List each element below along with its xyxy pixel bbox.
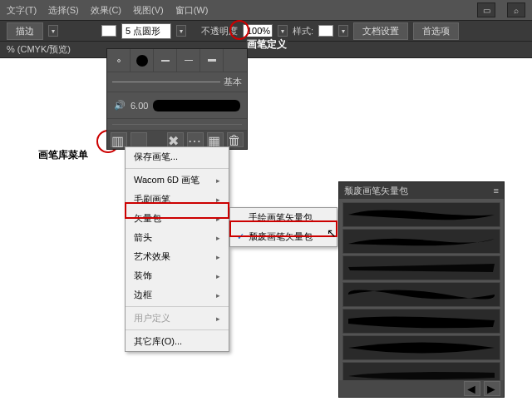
- style-swatch[interactable]: [318, 25, 333, 37]
- brush-basic-label: 基本: [224, 76, 242, 88]
- new-brush-icon[interactable]: ▦: [207, 132, 224, 147]
- menu-decorative[interactable]: 装饰: [126, 266, 229, 285]
- prefs-button[interactable]: 首选项: [413, 22, 459, 40]
- panel-title: 颓废画笔矢量包: [344, 185, 408, 197]
- panel-header: 颓废画笔矢量包 ≡: [339, 182, 504, 199]
- callout-brush-definition: 画笔定义: [246, 37, 288, 52]
- brush-basic-row[interactable]: 基本: [107, 72, 247, 92]
- brush-thumbnails-row: [107, 49, 247, 72]
- menu-bar: 文字(T) 选择(S) 效果(C) 视图(V) 窗口(W) ▭ ⌕: [0, 0, 532, 20]
- menu-vector-pack[interactable]: 矢量包: [126, 209, 229, 228]
- menu-window[interactable]: 窗口(W): [175, 4, 209, 17]
- delete-icon[interactable]: 🗑: [227, 132, 244, 147]
- brush-item[interactable]: [342, 282, 500, 307]
- color-swatch[interactable]: [101, 25, 116, 37]
- speaker-icon: 🔊: [114, 100, 126, 111]
- menu-user-defined: 用户定义: [126, 309, 229, 328]
- opacity-label: 不透明度: [201, 25, 238, 37]
- brush-item[interactable]: [342, 202, 500, 227]
- callout-brush-library-menu: 画笔库菜单: [38, 148, 88, 162]
- menu-wacom-6d[interactable]: Wacom 6D 画笔: [126, 171, 229, 190]
- brush-preset-dropdown[interactable]: [176, 25, 186, 37]
- panel-menu-icon[interactable]: ≡: [494, 186, 499, 196]
- opacity-field[interactable]: 100%: [243, 24, 273, 37]
- submenu-grunge[interactable]: ✓ 颓废画笔矢量包: [230, 227, 337, 246]
- menu-artistic[interactable]: 艺术效果: [126, 247, 229, 266]
- menu-arrows[interactable]: 箭头: [126, 228, 229, 247]
- menu-borders[interactable]: 边框: [126, 285, 229, 305]
- status-text: % (CMYK/预览): [7, 44, 71, 54]
- menu-other-library[interactable]: 其它库(O)...: [126, 332, 229, 351]
- brush-thumb-3[interactable]: [154, 49, 177, 72]
- search-icon[interactable]: ⌕: [507, 2, 525, 17]
- menu-select[interactable]: 选择(S): [48, 4, 79, 17]
- style-label: 样式:: [293, 25, 313, 37]
- brush-item[interactable]: [342, 335, 500, 360]
- brush-size-row: 🔊 6.00: [107, 92, 247, 119]
- menu-separator: [126, 329, 229, 330]
- brushes-panel: 基本 🔊 6.00 ▥ ✖ ⋯ ▦ 🗑: [106, 48, 248, 150]
- submenu-hand-drawn[interactable]: 手绘画笔矢量包: [230, 208, 337, 227]
- menu-save-brushes[interactable]: 保存画笔...: [126, 147, 229, 166]
- brush-library-icon[interactable]: ▥: [111, 132, 127, 147]
- doc-setup-button[interactable]: 文档设置: [353, 22, 408, 40]
- brush-preset-field[interactable]: 5 点圆形: [121, 23, 171, 39]
- menu-effect[interactable]: 效果(C): [91, 4, 121, 17]
- brush-thumb-1[interactable]: [107, 49, 131, 72]
- style-dropdown[interactable]: [338, 25, 348, 37]
- brush-stroke-preview: [153, 100, 240, 111]
- brush-item[interactable]: [342, 309, 500, 334]
- stroke-dropdown[interactable]: [48, 25, 58, 37]
- brush-thumb-5[interactable]: [200, 49, 224, 72]
- brush-thumb-2[interactable]: [131, 49, 154, 72]
- prev-icon[interactable]: ◄: [464, 381, 480, 396]
- menu-separator: [126, 306, 229, 307]
- brush-item[interactable]: [342, 255, 500, 280]
- grunge-brush-panel: 颓废画笔矢量包 ≡ ◄ ►: [338, 181, 505, 398]
- remove-stroke-icon[interactable]: ✖: [167, 132, 184, 147]
- options-icon[interactable]: ⋯: [187, 132, 204, 147]
- brush-list: [339, 199, 504, 390]
- opacity-dropdown[interactable]: [278, 25, 288, 37]
- brush-item[interactable]: [342, 229, 500, 254]
- menu-bristle-brush[interactable]: 毛刷画笔: [126, 190, 229, 209]
- menu-view[interactable]: 视图(V): [133, 4, 164, 17]
- menu-text[interactable]: 文字(T): [7, 4, 37, 17]
- brush-library-menu: 保存画笔... Wacom 6D 画笔 毛刷画笔 矢量包 箭头 艺术效果 装饰 …: [125, 146, 229, 352]
- brush-size-value[interactable]: 6.00: [131, 101, 148, 111]
- next-icon[interactable]: ►: [484, 381, 500, 396]
- libraries-icon[interactable]: [131, 132, 147, 147]
- layout-icon[interactable]: ▭: [477, 2, 495, 17]
- menu-separator: [126, 168, 229, 169]
- panel-footer: ◄ ►: [339, 380, 504, 397]
- stroke-button[interactable]: 描边: [7, 22, 43, 40]
- brush-thumb-4[interactable]: [177, 49, 200, 72]
- vector-pack-submenu: 手绘画笔矢量包 ✓ 颓废画笔矢量包: [229, 207, 337, 247]
- check-icon: ✓: [237, 231, 245, 242]
